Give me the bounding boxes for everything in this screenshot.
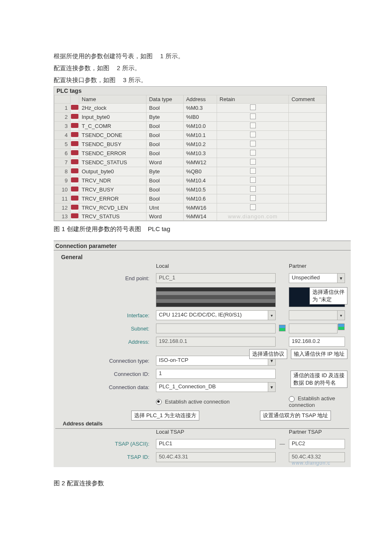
tag-retain-cell[interactable] — [217, 104, 289, 113]
checkbox-icon[interactable] — [250, 113, 256, 119]
col-retain[interactable]: Retain — [217, 95, 289, 104]
partner-interface-select[interactable]: ▾ — [289, 310, 345, 320]
table-row[interactable]: 13TRCV_STATUSWord%MW14www.diangon.com — [54, 213, 326, 221]
tag-addr-cell[interactable]: %IB0 — [183, 113, 217, 122]
tag-addr-cell[interactable]: %MW14 — [183, 213, 217, 221]
local-establish-radio[interactable]: Establish active connection — [156, 399, 276, 405]
tag-comment-cell[interactable] — [289, 213, 326, 221]
tag-addr-cell[interactable]: %M0.3 — [183, 104, 217, 113]
tag-name-cell[interactable]: TRCV_ERROR — [79, 194, 146, 203]
tag-dtype-cell[interactable]: Word — [146, 158, 184, 167]
tag-dtype-cell[interactable]: Bool — [146, 140, 184, 149]
table-row[interactable]: 8Output_byte0Byte%QB0 — [54, 167, 326, 176]
tag-comment-cell[interactable] — [289, 104, 326, 113]
tag-addr-cell[interactable]: %M10.1 — [183, 131, 217, 140]
col-addr[interactable]: Address — [183, 95, 217, 104]
tag-dtype-cell[interactable]: Bool — [146, 194, 184, 203]
tag-name-cell[interactable]: 2Hz_clock — [79, 104, 146, 113]
tag-comment-cell[interactable] — [289, 122, 326, 131]
tag-retain-cell[interactable] — [217, 131, 289, 140]
tag-addr-cell[interactable]: %M10.6 — [183, 194, 217, 203]
tag-dtype-cell[interactable]: Bool — [146, 185, 184, 194]
tag-comment-cell[interactable] — [289, 176, 326, 185]
tag-comment-cell[interactable] — [289, 158, 326, 167]
tag-retain-cell[interactable] — [217, 122, 289, 131]
tag-retain-cell[interactable] — [217, 149, 289, 158]
tag-name-cell[interactable]: TSENDC_STATUS — [79, 158, 146, 167]
tag-dtype-cell[interactable]: Bool — [146, 122, 184, 131]
tag-retain-cell[interactable] — [217, 203, 289, 213]
table-row[interactable]: 2Input_byte0Byte%IB0 — [54, 113, 326, 122]
tag-dtype-cell[interactable]: Bool — [146, 149, 184, 158]
tag-name-cell[interactable]: TRCV_BUSY — [79, 185, 146, 194]
tag-addr-cell[interactable]: %M10.3 — [183, 149, 217, 158]
checkbox-icon[interactable] — [250, 177, 256, 183]
local-interface-select[interactable]: CPU 1214C DC/DC/DC, IE(R0/S1) ▾ — [156, 310, 276, 320]
tag-comment-cell[interactable] — [289, 131, 326, 140]
tag-addr-cell[interactable]: %M10.5 — [183, 185, 217, 194]
tag-dtype-cell[interactable]: Word — [146, 213, 184, 221]
tag-dtype-cell[interactable]: Bool — [146, 104, 184, 113]
tag-dtype-cell[interactable]: Bool — [146, 131, 184, 140]
tag-retain-cell[interactable] — [217, 167, 289, 176]
table-row[interactable]: 5TSENDC_BUSYBool%M10.2 — [54, 140, 326, 149]
partner-establish-radio[interactable]: Establish active connection — [289, 395, 345, 408]
tag-dtype-cell[interactable]: Bool — [146, 176, 184, 185]
tag-name-cell[interactable]: TSENDC_ERROR — [79, 149, 146, 158]
radio-icon[interactable] — [289, 396, 295, 402]
tag-retain-cell[interactable] — [217, 194, 289, 203]
tag-addr-cell[interactable]: %M10.4 — [183, 176, 217, 185]
checkbox-icon[interactable] — [250, 104, 256, 110]
tag-retain-cell[interactable] — [217, 158, 289, 167]
partner-tsap-ascii[interactable]: PLC2 — [289, 439, 345, 449]
checkbox-icon[interactable] — [250, 123, 256, 128]
checkbox-icon[interactable] — [250, 186, 256, 192]
tag-comment-cell[interactable] — [289, 113, 326, 122]
connection-data-value[interactable]: PLC_1_Connection_DB — [156, 382, 268, 392]
checkbox-icon[interactable] — [250, 141, 256, 146]
tag-comment-cell[interactable] — [289, 149, 326, 158]
table-row[interactable]: 7TSENDC_STATUSWord%MW12 — [54, 158, 326, 167]
col-name[interactable]: Name — [79, 95, 146, 104]
tag-addr-cell[interactable]: %MW16 — [183, 203, 217, 213]
chevron-down-icon[interactable]: ▾ — [268, 310, 276, 320]
checkbox-icon[interactable] — [250, 150, 256, 156]
partner-endpoint-select[interactable]: Unspecified ▼ — [289, 273, 345, 283]
partner-address[interactable]: 192.168.0.2 — [289, 337, 345, 347]
tag-name-cell[interactable]: Output_byte0 — [79, 167, 146, 176]
table-row[interactable]: 9TRCV_NDRBool%M10.4 — [54, 176, 326, 185]
tag-addr-cell[interactable]: %M10.0 — [183, 122, 217, 131]
chevron-down-icon[interactable]: ▼ — [268, 382, 276, 392]
tag-comment-cell[interactable] — [289, 185, 326, 194]
checkbox-icon[interactable] — [250, 195, 256, 201]
tag-retain-cell[interactable] — [217, 176, 289, 185]
radio-checked-icon[interactable] — [156, 399, 162, 405]
tag-comment-cell[interactable] — [289, 194, 326, 203]
tag-name-cell[interactable]: T_C_COMR — [79, 122, 146, 131]
tag-dtype-cell[interactable]: Byte — [146, 113, 184, 122]
tag-name-cell[interactable]: TRCV_STATUS — [79, 213, 146, 221]
tag-retain-cell[interactable] — [217, 185, 289, 194]
tag-addr-cell[interactable]: %M10.2 — [183, 140, 217, 149]
tag-name-cell[interactable]: TRCV_NDR — [79, 176, 146, 185]
connection-data-select[interactable]: PLC_1_Connection_DB ▼ — [156, 382, 276, 392]
tag-dtype-cell[interactable]: UInt — [146, 203, 184, 213]
tag-name-cell[interactable]: TSENDC_BUSY — [79, 140, 146, 149]
tag-addr-cell[interactable]: %QB0 — [183, 167, 217, 176]
tag-retain-cell[interactable]: www.diangon.com — [217, 213, 289, 221]
chevron-down-icon[interactable]: ▾ — [338, 310, 345, 320]
table-row[interactable]: 6TSENDC_ERRORBool%M10.3 — [54, 149, 326, 158]
tag-name-cell[interactable]: TRCV_RCVD_LEN — [79, 203, 146, 213]
partner-endpoint-value[interactable]: Unspecified — [289, 273, 338, 283]
tag-comment-cell[interactable] — [289, 140, 326, 149]
local-interface-value[interactable]: CPU 1214C DC/DC/DC, IE(R0/S1) — [156, 310, 268, 320]
tag-name-cell[interactable]: Input_byte0 — [79, 113, 146, 122]
table-row[interactable]: 12Hz_clockBool%M0.3 — [54, 104, 326, 113]
tag-name-cell[interactable]: TSENDC_DONE — [79, 131, 146, 140]
tag-addr-cell[interactable]: %MW12 — [183, 158, 217, 167]
table-row[interactable]: 11TRCV_ERRORBool%M10.6 — [54, 194, 326, 203]
col-dtype[interactable]: Data type — [146, 95, 184, 104]
table-row[interactable]: 10TRCV_BUSYBool%M10.5 — [54, 185, 326, 194]
tag-comment-cell[interactable] — [289, 167, 326, 176]
chevron-down-icon[interactable]: ▼ — [338, 273, 345, 283]
